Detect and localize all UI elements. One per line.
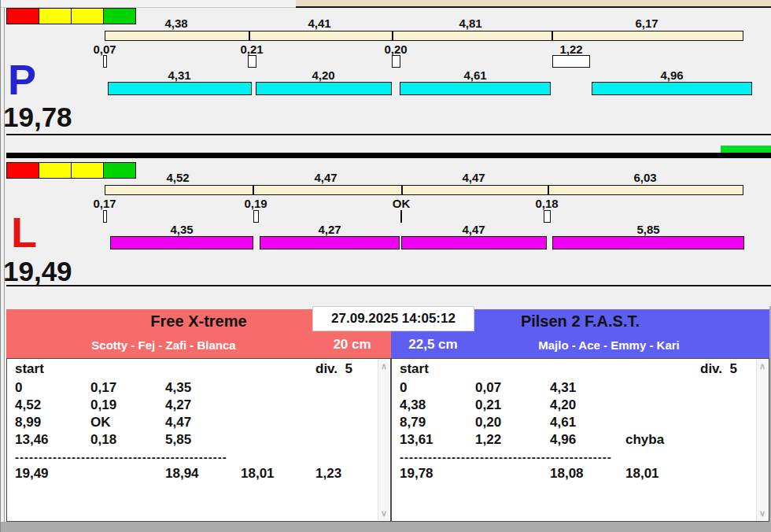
cell-changeover: 0,07: [475, 380, 501, 396]
background-window-edge: [0, 0, 771, 8]
table-header-row: start div. 5: [392, 361, 769, 379]
changeover-time-label: 0,07: [79, 42, 130, 56]
split-divider-tick: [249, 31, 250, 40]
cell-changeover: 0,20: [475, 415, 501, 430]
scroll-up-icon[interactable]: ∧: [757, 362, 768, 371]
split-time-label: 4,41: [294, 17, 345, 30]
table-row: 13,46 0,18 5,85: [7, 432, 390, 449]
start-light-yellow-icon: [71, 8, 104, 24]
split-progress-bar: [105, 31, 743, 41]
changeover-time-label: 1,22: [546, 42, 596, 56]
cell-dog-time: 4,61: [550, 415, 576, 430]
cell-start: 13,61: [400, 432, 433, 448]
dog-time-bar: [592, 82, 752, 95]
start-column-header: start: [15, 361, 44, 377]
window-bottom-edge: [0, 522, 771, 532]
scroll-up-icon[interactable]: ∧: [378, 362, 389, 371]
split-time-label: 4,81: [445, 17, 496, 30]
split-time-label: 4,47: [301, 171, 351, 184]
cell-start: 13,46: [15, 432, 49, 448]
table-row: 13,61 1,22 4,96 chyba: [392, 432, 769, 449]
results-table-right: start div. 5 0 0,07 4,31 4,38 0,21 4,20 …: [391, 358, 769, 522]
cell-fault: chyba: [625, 432, 664, 448]
table-scrollbar[interactable]: ∧ ∨: [756, 360, 768, 520]
cell-start: 4,52: [15, 397, 41, 413]
dog-time-bar: [401, 236, 547, 249]
cell-changeover: 0,18: [90, 432, 116, 448]
timing-app-window: 4,38 4,41 4,81 6,17 0,07 0,21 0,20 1,22 …: [0, 0, 771, 532]
table-row: 4,52 0,19 4,27: [7, 397, 390, 415]
cell-dog-time: 4,27: [165, 397, 191, 413]
cell-start: 8,79: [400, 415, 426, 430]
lane-total-time: 19,49: [3, 257, 72, 285]
changeover-time-label: 0,21: [227, 42, 277, 56]
split-divider-tick: [401, 186, 403, 194]
table-scrollbar[interactable]: ∧ ∨: [378, 360, 389, 520]
table-row: 8,79 0,20 4,61: [392, 415, 769, 432]
table-header-row: start div. 5: [7, 361, 390, 379]
green-indicator-strip: [721, 146, 771, 153]
net-time: 18,08: [550, 466, 584, 482]
dog-time-bar: [400, 82, 551, 95]
division-label: div. 5: [700, 361, 737, 377]
jump-height-badge: 22,5 cm: [396, 337, 470, 353]
team-members: Majlo - Ace - Emmy - Kari: [448, 338, 769, 352]
dog-time-label: 4,20: [298, 68, 349, 82]
cell-changeover: OK: [90, 415, 111, 430]
dog-time-label: 5,85: [623, 223, 673, 236]
table-separator-dashes: ----------------------------------------…: [400, 450, 612, 463]
split-time-label: 6,17: [622, 17, 672, 30]
start-light-yellow-icon: [39, 162, 72, 179]
cell-start: 0: [15, 380, 22, 396]
window-left-inner-edge: [4, 8, 5, 522]
split-time-label: 4,38: [151, 17, 201, 30]
table-row: 0 0,17 4,35: [7, 380, 390, 397]
total-time: 19,49: [15, 466, 49, 482]
diff-time: 1,23: [315, 466, 341, 482]
changeover-time-label: 0,19: [231, 197, 281, 210]
scroll-down-icon[interactable]: ∨: [378, 509, 389, 518]
scroll-down-icon[interactable]: ∨: [757, 509, 768, 518]
cell-changeover: 0,17: [90, 380, 116, 396]
best-time: 18,01: [625, 466, 659, 482]
split-progress-bar: [105, 185, 743, 195]
cell-changeover: 0,19: [90, 397, 116, 413]
cell-start: 0: [400, 380, 407, 396]
changeover-marker: [552, 55, 590, 68]
split-divider-tick: [253, 186, 254, 194]
dog-time-label: 4,35: [157, 223, 207, 236]
team-members: Scotty - Fej - Zafi - Blanca: [6, 338, 321, 352]
lane-total-time: 19,78: [3, 103, 72, 131]
lane-letter: P: [8, 58, 36, 101]
cell-start: 8,99: [15, 415, 41, 430]
split-time-label: 6,03: [620, 171, 670, 184]
division-label: div. 5: [315, 361, 352, 377]
lane-letter: L: [11, 211, 37, 253]
table-totals-row: 19,49 18,94 18,01 1,23: [7, 466, 390, 483]
dog-time-label: 4,47: [448, 223, 499, 236]
lane-divider-bar: [6, 153, 771, 158]
changeover-time-label: 0,20: [371, 42, 421, 56]
cell-dog-time: 5,85: [165, 432, 191, 448]
split-divider-tick: [552, 31, 553, 40]
window-left-edge: [0, 0, 1, 532]
background-titlebar-strip: [296, 0, 771, 8]
dog-time-label: 4,96: [647, 68, 697, 82]
dog-time-bar: [552, 236, 744, 249]
split-time-label: 4,47: [448, 171, 499, 184]
start-light-yellow-icon: [71, 162, 104, 179]
start-light-red-icon: [6, 162, 39, 179]
changeover-marker: [103, 55, 107, 68]
dog-time-label: 4,31: [154, 68, 205, 82]
split-time-label: 4,52: [153, 171, 203, 184]
total-time: 19,78: [400, 466, 433, 482]
start-light-green-icon: [103, 8, 136, 24]
start-light-yellow-icon: [39, 8, 72, 24]
changeover-time-label: 0,17: [79, 197, 130, 210]
table-row: 4,38 0,21 4,20: [392, 397, 769, 415]
split-divider-tick: [392, 31, 393, 40]
cell-dog-time: 4,35: [165, 380, 191, 396]
changeover-time-label: 0,18: [522, 197, 572, 210]
dog-time-bar: [110, 236, 253, 249]
changeover-marker: [248, 55, 256, 68]
